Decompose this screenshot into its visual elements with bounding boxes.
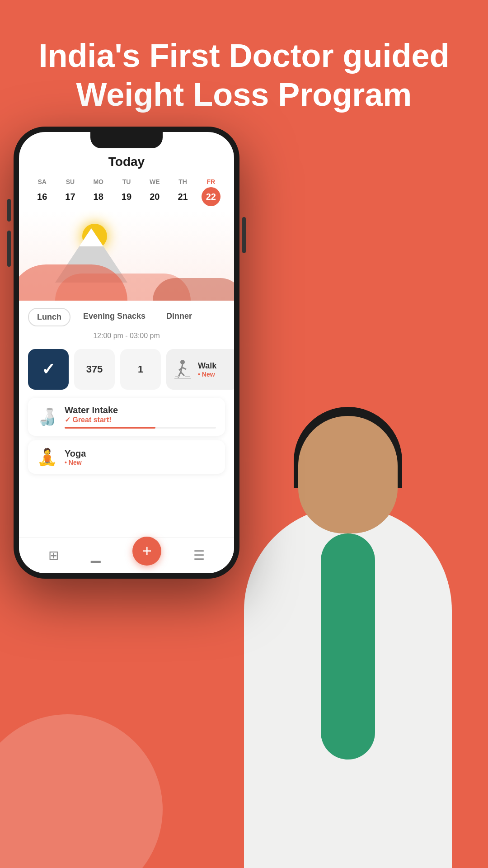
time-range: 12:00 pm - 03:00 pm (19, 330, 234, 345)
plus-icon: + (142, 542, 152, 561)
nav-menu-icon[interactable]: ☰ (193, 548, 205, 563)
cal-day-mo[interactable]: MO 18 (89, 178, 108, 206)
svg-point-0 (180, 360, 185, 364)
cal-num: 16 (33, 187, 52, 206)
svg-line-3 (181, 372, 184, 376)
check-card[interactable]: ✓ (28, 349, 69, 390)
yoga-badge: • New (65, 459, 216, 466)
water-card-texts: Water Intake ✓ Great start! (65, 405, 216, 429)
nav-home-icon[interactable]: ⊞ (48, 548, 59, 563)
cal-day-we[interactable]: WE 20 (145, 178, 164, 206)
yoga-card[interactable]: 🧘 Yoga • New (28, 440, 225, 474)
walk-label: Walk (198, 361, 216, 371)
yoga-title: Yoga (65, 448, 216, 459)
activity-row: ✓ 375 1 (19, 345, 234, 393)
water-title: Water Intake (65, 405, 216, 415)
cal-day-su[interactable]: SU 17 (61, 178, 80, 206)
bottom-circle-decoration (0, 714, 163, 868)
cal-day-tu[interactable]: TU 19 (117, 178, 136, 206)
water-progress-fill (65, 427, 155, 429)
nav-stats-icon[interactable]: ▁ (91, 548, 101, 563)
walk-card[interactable]: Walk • New (166, 349, 234, 390)
calendar-row: SA 16 SU 17 MO 18 TU 19 WE 20 (19, 175, 234, 210)
meal-tabs: Lunch Evening Snacks Dinner (19, 301, 234, 330)
cal-day-fr[interactable]: FR 22 (202, 178, 221, 206)
water-progress-bar (65, 427, 216, 429)
yoga-icon: 🧘 (37, 448, 57, 467)
water-subtitle: ✓ Great start! (65, 415, 216, 424)
walk-icon (172, 359, 193, 380)
hero-title: India's First Doctor guided Weight Loss … (0, 36, 488, 114)
water-bottle-icon: 🍶 (37, 407, 57, 426)
cal-1-card[interactable]: 1 (120, 349, 161, 390)
cal-day-sa[interactable]: SA 16 (33, 178, 52, 206)
water-intake-card[interactable]: 🍶 Water Intake ✓ Great start! (28, 398, 225, 436)
cal-day-th[interactable]: TH 21 (174, 178, 192, 206)
cal-label: SA (38, 178, 46, 185)
cal-375-card[interactable]: 375 (74, 349, 115, 390)
bottom-nav: ⊞ ▁ + ☰ (19, 537, 234, 573)
checkmark-icon: ✓ (42, 360, 55, 379)
doctor-figure (208, 371, 488, 868)
yoga-texts: Yoga • New (65, 448, 216, 466)
phone-mockup: Today SA 16 SU 17 MO 18 TU 19 (14, 127, 239, 601)
landscape-illustration (19, 210, 234, 301)
phone-notch (90, 132, 163, 148)
fab-add-button[interactable]: + (132, 537, 161, 566)
walk-new-badge: • New (198, 371, 216, 378)
tab-dinner[interactable]: Dinner (158, 308, 200, 326)
tab-lunch[interactable]: Lunch (28, 308, 70, 326)
svg-line-5 (183, 368, 186, 369)
tab-evening-snacks[interactable]: Evening Snacks (75, 308, 154, 326)
